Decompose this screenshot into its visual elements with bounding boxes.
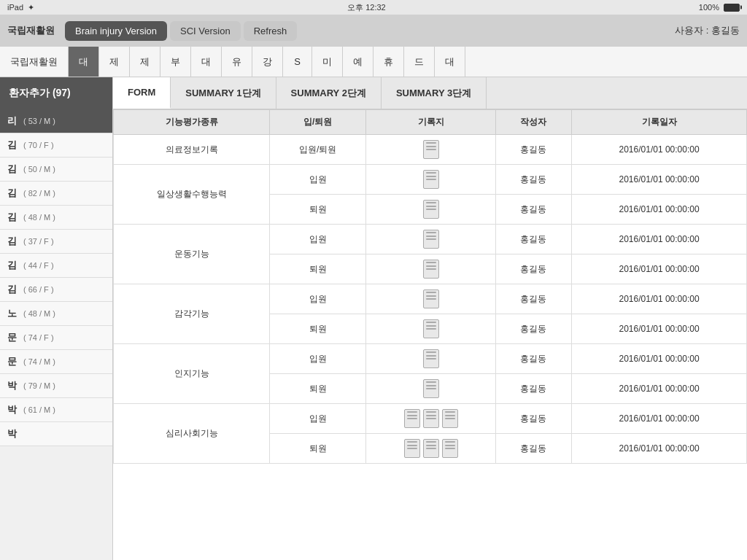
hosp-tab-gang[interactable]: 강 xyxy=(252,47,283,77)
patient-name: 박 xyxy=(7,403,19,416)
patient-list-item[interactable]: 문( 74 / F ) xyxy=(0,326,112,350)
cell-icons[interactable] xyxy=(366,404,495,434)
tab-summary1[interactable]: SUMMARY 1단계 xyxy=(171,77,276,109)
device-label: iPad xyxy=(7,3,23,12)
document-icon[interactable] xyxy=(423,409,439,428)
cell-type: 퇴원 xyxy=(270,374,366,404)
hosp-tab-dae2[interactable]: 대 xyxy=(191,47,222,77)
table-row[interactable]: 인지기능입원홍길동2016/01/01 00:00:00 xyxy=(114,344,747,374)
patient-list-item[interactable]: 김( 66 / F ) xyxy=(0,278,112,302)
document-icon[interactable] xyxy=(404,439,420,458)
patient-name: 김 xyxy=(7,259,19,272)
hosp-tab-hyu[interactable]: 휴 xyxy=(374,47,404,77)
cell-icons[interactable] xyxy=(366,225,495,254)
cell-author: 홍길동 xyxy=(495,344,571,374)
cell-icons[interactable] xyxy=(366,344,495,374)
patient-info: ( 37 / F ) xyxy=(23,237,54,246)
col-date: 기록일자 xyxy=(572,110,747,135)
content-area: FORM SUMMARY 1단계 SUMMARY 2단계 SUMMARY 3단계… xyxy=(113,77,747,560)
patient-list-item[interactable]: 김( 48 / M ) xyxy=(0,206,112,230)
patient-name: 박 xyxy=(7,379,19,392)
hosp-tab-yu[interactable]: 유 xyxy=(222,47,252,77)
hosp-tab-mi[interactable]: 미 xyxy=(312,47,343,77)
patient-list-item[interactable]: 박 xyxy=(0,422,112,446)
document-icon[interactable] xyxy=(404,409,420,428)
cell-icons[interactable] xyxy=(366,284,495,314)
tab-summary3[interactable]: SUMMARY 3단계 xyxy=(382,77,487,109)
patient-list-item[interactable]: 김( 70 / F ) xyxy=(0,133,112,158)
hosp-tab-s[interactable]: S xyxy=(283,47,312,77)
cell-icons[interactable] xyxy=(366,135,495,165)
patient-name: 김 xyxy=(7,187,19,200)
patient-info: ( 48 / M ) xyxy=(23,213,55,222)
cell-icons[interactable] xyxy=(366,314,495,344)
table-row[interactable]: 일상생활수행능력입원홍길동2016/01/01 00:00:00 xyxy=(114,165,747,195)
patient-list-item[interactable]: 리( 53 / M ) xyxy=(0,109,112,133)
tab-form[interactable]: FORM xyxy=(113,77,171,109)
sci-version-btn[interactable]: SCI Version xyxy=(170,21,241,41)
table-area: 기능평가종류 입/퇴원 기록지 작성자 기록일자 의료정보기록입원/퇴원홍길동2… xyxy=(113,109,747,560)
cell-date: 2016/01/01 00:00:00 xyxy=(572,434,747,464)
document-icon[interactable] xyxy=(423,200,439,219)
patient-list-item[interactable]: 박( 79 / M ) xyxy=(0,374,112,398)
document-icon[interactable] xyxy=(423,230,439,249)
hosp-tab-deu[interactable]: 드 xyxy=(404,47,435,77)
col-record: 기록지 xyxy=(366,110,495,135)
tab-summary2[interactable]: SUMMARY 2단계 xyxy=(276,77,382,109)
cell-author: 홍길동 xyxy=(495,284,571,314)
hosp-tab-ye[interactable]: 예 xyxy=(343,47,374,77)
patient-list-item[interactable]: 노( 48 / M ) xyxy=(0,302,112,326)
table-row[interactable]: 심리사회기능입원홍길동2016/01/01 00:00:00 xyxy=(114,404,747,434)
cell-author: 홍길동 xyxy=(495,374,571,404)
patient-info: ( 44 / F ) xyxy=(23,261,54,270)
cell-icons[interactable] xyxy=(366,195,495,225)
patient-list-item[interactable]: 김( 50 / M ) xyxy=(0,158,112,182)
cell-icons[interactable] xyxy=(366,434,495,464)
hosp-tab-dae[interactable]: 대 xyxy=(69,47,99,77)
cell-category: 인지기능 xyxy=(114,344,270,404)
cell-icons[interactable] xyxy=(366,165,495,195)
patient-list-item[interactable]: 문( 74 / M ) xyxy=(0,350,112,374)
cell-date: 2016/01/01 00:00:00 xyxy=(572,344,747,374)
hosp-tab-national[interactable]: 국립재활원 xyxy=(0,47,69,77)
document-icon[interactable] xyxy=(423,439,439,458)
patient-list-item[interactable]: 김( 44 / F ) xyxy=(0,254,112,278)
patient-info: ( 74 / M ) xyxy=(23,357,55,366)
patient-list-item[interactable]: 박( 61 / M ) xyxy=(0,398,112,422)
document-icon[interactable] xyxy=(423,319,439,338)
document-icon[interactable] xyxy=(423,289,439,308)
document-icon[interactable] xyxy=(423,260,439,279)
hosp-tab-je2[interactable]: 제 xyxy=(130,47,160,77)
cell-icons[interactable] xyxy=(366,254,495,284)
patient-info: ( 66 / F ) xyxy=(23,285,54,294)
document-icon[interactable] xyxy=(442,439,458,458)
cell-icons[interactable] xyxy=(366,374,495,404)
document-icon[interactable] xyxy=(423,140,439,159)
table-row[interactable]: 의료정보기록입원/퇴원홍길동2016/01/01 00:00:00 xyxy=(114,135,747,165)
document-icon[interactable] xyxy=(442,409,458,428)
evaluation-table: 기능평가종류 입/퇴원 기록지 작성자 기록일자 의료정보기록입원/퇴원홍길동2… xyxy=(113,109,747,464)
cell-category: 일상생활수행능력 xyxy=(114,165,270,225)
patient-name: 김 xyxy=(7,139,19,152)
cell-date: 2016/01/01 00:00:00 xyxy=(572,225,747,254)
patient-list-item[interactable]: 김( 82 / M ) xyxy=(0,182,112,206)
document-icon[interactable] xyxy=(423,170,439,189)
refresh-btn[interactable]: Refresh xyxy=(244,21,298,41)
table-row[interactable]: 감각기능입원홍길동2016/01/01 00:00:00 xyxy=(114,284,747,314)
hosp-tab-je1[interactable]: 제 xyxy=(99,47,130,77)
patient-info: ( 53 / M ) xyxy=(23,117,55,125)
hosp-tab-dae3[interactable]: 대 xyxy=(435,47,465,77)
hosp-tab-bu[interactable]: 부 xyxy=(160,47,191,77)
col-author: 작성자 xyxy=(495,110,571,135)
document-icon[interactable] xyxy=(423,349,439,368)
brain-injury-btn[interactable]: Brain injury Version xyxy=(65,21,167,41)
cell-author: 홍길동 xyxy=(495,165,571,195)
patient-name: 박 xyxy=(7,427,19,440)
status-left: iPad ✦ xyxy=(7,3,34,12)
cell-type: 입원 xyxy=(270,165,366,195)
cell-type: 퇴원 xyxy=(270,434,366,464)
document-icon[interactable] xyxy=(423,379,439,398)
cell-type: 퇴원 xyxy=(270,195,366,225)
table-row[interactable]: 운동기능입원홍길동2016/01/01 00:00:00 xyxy=(114,225,747,254)
patient-list-item[interactable]: 김( 37 / F ) xyxy=(0,230,112,254)
